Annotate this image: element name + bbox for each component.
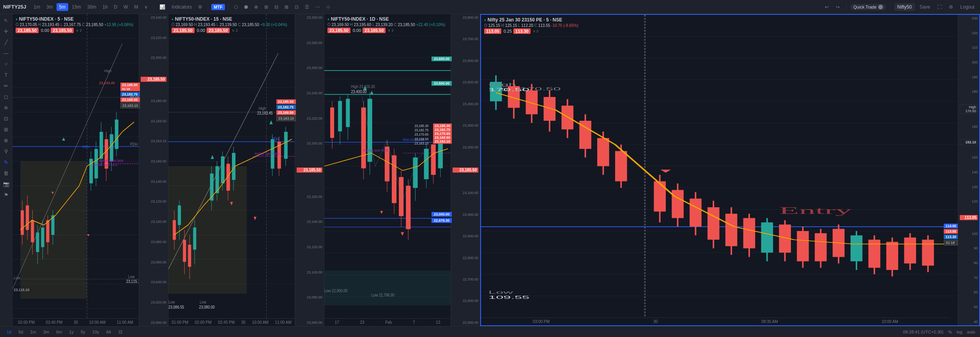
chart1-level1: 23,185.5001:18 <box>120 83 140 91</box>
btf-1d[interactable]: 1d <box>5 329 13 335</box>
patterns-icon[interactable]: ⊡ <box>2 114 11 123</box>
btf-5y[interactable]: 5y <box>79 329 87 335</box>
chart1-pdh-annotation: PDH <box>83 145 90 149</box>
chart2-time-scale: 01:00 PM 02:00 PM 02:45 PM 30 10:00 AM 1… <box>168 318 295 326</box>
svg-rect-188 <box>526 90 538 114</box>
btf-1y[interactable]: 1y <box>67 329 76 335</box>
chart2-expand[interactable]: ∨ 2 <box>232 28 238 32</box>
indicators-btn[interactable]: Indicators <box>169 3 194 11</box>
tool-3[interactable]: ⊕ <box>252 3 260 11</box>
chart3-prices: 23,185.50 0.00 23,185.50 ∨ 2 <box>327 28 445 33</box>
chart-type-btn[interactable]: 📊 <box>157 3 168 11</box>
svg-rect-71 <box>178 205 181 225</box>
price-level: 23,220.00 <box>297 116 322 120</box>
btf-6m[interactable]: 6m <box>54 329 64 335</box>
undo-btn[interactable]: ↩ <box>823 3 831 11</box>
logout-btn[interactable]: Logout <box>958 3 977 11</box>
crosshair-icon[interactable]: ✛ <box>2 26 11 36</box>
tool-7[interactable]: ⊡ <box>292 3 301 11</box>
svg-text:23,163.10: 23,163.10 <box>414 141 428 145</box>
chart1-canvas: High 23,193.45 PDH market open here Low … <box>12 14 140 318</box>
redo-btn[interactable]: ↪ <box>833 3 842 11</box>
tf-M[interactable]: M <box>131 3 141 11</box>
btf-10y[interactable]: 10y <box>90 329 101 335</box>
templates-btn[interactable]: ⚙ <box>196 3 205 11</box>
quick-trade-toggle[interactable]: Quick Trade <box>850 4 886 10</box>
chart1-expand[interactable]: ∨ 2 <box>76 28 82 32</box>
chart3-title-text: NIFTY50-INDEX · 1D · NSE <box>331 16 389 22</box>
chart-panel-1: ● NIFTY50-INDEX · 5 · NSE O 23,170.05 H … <box>12 14 168 326</box>
tf-W[interactable]: W <box>121 3 131 11</box>
tf-30m[interactable]: 30m <box>85 3 99 11</box>
btf-all[interactable]: All <box>104 329 113 335</box>
fullscreen-btn[interactable]: ⛶ <box>935 3 944 11</box>
btf-3m[interactable]: 3m <box>41 329 51 335</box>
svg-rect-93 <box>284 132 288 159</box>
tf-1h[interactable]: 1h <box>100 3 110 11</box>
tf-5m[interactable]: 5m <box>57 3 69 11</box>
pitchfork-icon[interactable]: ⑂ <box>2 59 11 69</box>
price-level: 80 <box>960 261 978 265</box>
chart4-open-label: O <box>484 23 487 28</box>
svg-text:▼: ▼ <box>400 230 405 237</box>
tool-10[interactable]: ⊹ <box>324 3 333 11</box>
tool-4[interactable]: ⊞ <box>262 3 271 11</box>
text-icon[interactable]: T <box>2 70 11 79</box>
measure-icon[interactable]: ⊞ <box>2 125 11 134</box>
nifty50-dropdown[interactable]: Nifty50 <box>894 3 915 11</box>
tf-D[interactable]: D <box>111 3 120 11</box>
chart1-low-val: 23,115.10 <box>14 288 29 292</box>
delete-icon[interactable]: 🗑 <box>2 168 11 178</box>
tool-6[interactable]: ⊠ <box>282 3 291 11</box>
tool-2[interactable]: ⬢ <box>242 3 250 11</box>
price-level: 23,240.00 <box>141 16 166 19</box>
screenshot-icon[interactable]: 📷 <box>2 179 11 189</box>
horizontal-line-icon[interactable]: — <box>2 48 11 58</box>
drawing-icon[interactable]: ✎ <box>2 157 11 167</box>
percent-label[interactable]: % <box>948 330 952 334</box>
chart3-expand[interactable]: ∨ 2 <box>388 28 394 32</box>
trend-line-icon[interactable]: ╱ <box>2 37 11 47</box>
top-toolbar: NIFTY25J 1m 3m 5m 15m 30m 1h D W M ∨ 📊 I… <box>0 0 980 14</box>
zoom-icon[interactable]: ⊕ <box>2 136 11 145</box>
tool-9[interactable]: ⋯ <box>313 3 322 11</box>
tool-8[interactable]: ☰ <box>302 3 311 11</box>
divider2 <box>208 3 208 11</box>
tf-15m[interactable]: 15m <box>69 3 83 11</box>
tf-1m[interactable]: 1m <box>31 3 43 11</box>
price-level: 23,140.00 <box>297 220 322 224</box>
chart2-level3: 23,169.50 <box>276 110 296 115</box>
svg-rect-190 <box>544 97 556 121</box>
brush-icon[interactable]: ✏ <box>2 81 11 90</box>
svg-rect-127 <box>330 108 334 138</box>
chart2-price-scale: 23,300.00 23,280.00 23,260.00 23,240.00 … <box>295 14 324 326</box>
tf-more[interactable]: ∨ <box>142 3 150 11</box>
svg-rect-22 <box>26 205 29 230</box>
log-label[interactable]: log <box>957 330 962 334</box>
chart1-price3: 23,185.50 <box>51 28 74 33</box>
btf-5d[interactable]: 5d <box>16 329 25 335</box>
shapes-icon[interactable]: ◻ <box>2 92 11 101</box>
chart2-high-label: H <box>194 23 197 27</box>
fibonacci-icon[interactable]: ≋ <box>2 103 11 112</box>
tool-5[interactable]: ⊟ <box>272 3 281 11</box>
btf-1m[interactable]: 1m <box>28 329 38 335</box>
tf-3m[interactable]: 3m <box>44 3 56 11</box>
chart4-expand[interactable]: ∨ 2 <box>533 29 539 33</box>
auto-label[interactable]: auto <box>967 330 975 334</box>
flag-icon[interactable]: ⚑ <box>2 190 11 199</box>
tool-1[interactable]: ⬡ <box>232 3 240 11</box>
save-btn[interactable]: Save <box>917 3 932 11</box>
svg-rect-20 <box>21 210 24 235</box>
cursor-icon[interactable]: ↖ <box>2 16 11 25</box>
settings-btn[interactable]: ⚙ <box>946 3 955 11</box>
svg-rect-202 <box>672 190 684 218</box>
chart4-status-dot: ● <box>484 18 486 22</box>
chart4-low-label: L <box>518 23 520 28</box>
mtf-badge[interactable]: MTF <box>211 4 225 10</box>
toggle-circle <box>878 5 883 9</box>
fit-screen-btn[interactable]: ⊡ <box>116 328 125 336</box>
svg-rect-133 <box>361 108 366 168</box>
magnet-icon[interactable]: ⚲ <box>2 146 11 156</box>
svg-text:▼: ▼ <box>229 200 234 207</box>
